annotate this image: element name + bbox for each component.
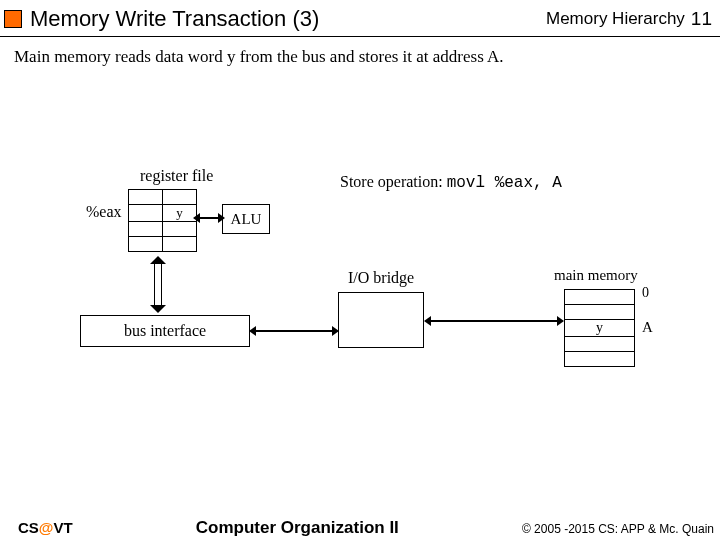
register-file-label: register file [140, 167, 213, 185]
busif-iobridge-arrow-icon [255, 330, 333, 332]
eax-label: %eax [86, 203, 122, 221]
regfile-alu-arrow-icon [199, 217, 219, 219]
io-bridge-label: I/O bridge [348, 269, 414, 287]
footer-left: CS@VT [18, 519, 73, 536]
alu-box: ALU [222, 204, 270, 234]
main-memory-addr: A [642, 319, 653, 336]
io-bridge-box [338, 292, 424, 348]
section-title: Memory Hierarchy [546, 9, 685, 29]
register-file-table: y [128, 189, 197, 252]
bus-interface-box: bus interface [80, 315, 250, 347]
main-memory-label: main memory [554, 267, 638, 284]
footer-cs: CS [18, 519, 39, 536]
main-memory-table: y [564, 289, 635, 367]
store-op-prefix: Store operation: [340, 173, 447, 190]
slide-header: Memory Write Transaction (3) Memory Hier… [0, 0, 720, 37]
footer-right: © 2005 -2015 CS: APP & Mc. Quain [522, 522, 714, 536]
footer-vt: VT [53, 519, 72, 536]
store-operation-text: Store operation: movl %eax, A [340, 173, 562, 192]
memory-diagram: register file y %eax ALU Store operation… [0, 67, 720, 467]
eax-cell-value: y [163, 205, 197, 222]
main-memory-index0: 0 [642, 285, 649, 301]
regfile-bus-arrow-icon [152, 257, 164, 312]
accent-square-icon [4, 10, 22, 28]
slide-description: Main memory reads data word y from the b… [0, 37, 720, 67]
store-op-code: movl %eax, A [447, 174, 562, 192]
main-memory-value-cell: y [565, 320, 635, 337]
page-number: 11 [691, 8, 712, 30]
footer-center: Computer Organization II [73, 518, 522, 538]
footer-at: @ [39, 519, 54, 536]
slide-footer: CS@VT Computer Organization II © 2005 -2… [0, 518, 720, 538]
iobridge-mem-arrow-icon [430, 320, 558, 322]
slide-title: Memory Write Transaction (3) [30, 6, 546, 32]
